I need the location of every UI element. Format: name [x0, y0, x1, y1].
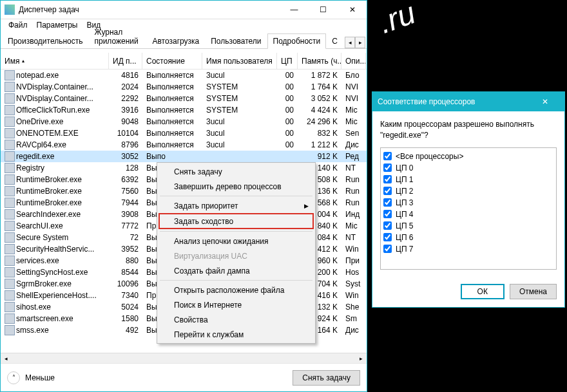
process-icon — [5, 186, 15, 196]
cpu-checkbox-row[interactable]: ЦП 7 — [383, 243, 553, 255]
cpu-label: ЦП 6 — [396, 233, 414, 242]
sort-asc-icon: ▴ — [22, 58, 24, 64]
process-icon — [5, 256, 15, 266]
dialog-titlebar[interactable]: Соответствие процессоров ✕ — [372, 92, 564, 111]
maximize-button[interactable]: ☐ — [309, 1, 338, 19]
process-icon — [5, 302, 15, 312]
process-icon — [5, 117, 15, 127]
context-menu-item[interactable]: Создать файл дампа — [159, 263, 314, 278]
tabs-prev-button[interactable]: ◂ — [345, 37, 355, 48]
menu-options[interactable]: Параметры — [33, 19, 82, 32]
cpu-checkbox-row[interactable]: ЦП 4 — [383, 209, 553, 220]
cpu-checkbox-row[interactable]: ЦП 5 — [383, 220, 553, 232]
cpu-checkbox-row[interactable]: ЦП 3 — [383, 197, 553, 209]
tab-users[interactable]: Пользователи — [205, 33, 267, 48]
processor-affinity-dialog: Соответствие процессоров ✕ Каким процесс… — [372, 91, 565, 308]
window-title: Диспетчер задач — [19, 5, 280, 14]
col-cpu[interactable]: ЦП — [277, 53, 298, 69]
process-icon — [5, 198, 15, 208]
process-icon — [5, 267, 15, 277]
context-menu-item[interactable]: Перейти к службам — [159, 327, 314, 342]
cpu-checkbox[interactable] — [383, 210, 392, 218]
context-menu-item[interactable]: Анализ цепочки ожидания — [159, 234, 314, 248]
titlebar[interactable]: Диспетчер задач — ☐ ✕ — [1, 1, 367, 19]
process-icon — [5, 290, 15, 301]
cpu-checkbox[interactable] — [383, 187, 392, 195]
process-icon — [5, 244, 15, 254]
end-task-button[interactable]: Снять задачу — [293, 370, 360, 386]
hscrollbar[interactable]: ◂ ▸ — [1, 353, 367, 363]
hscroll-right[interactable]: ▸ — [356, 353, 367, 364]
process-icon — [5, 232, 15, 243]
process-icon — [5, 325, 15, 335]
cpu-checkbox[interactable] — [383, 198, 392, 207]
context-menu-item[interactable]: Поиск в Интернете — [159, 297, 314, 312]
tabs-next-button[interactable]: ▸ — [355, 37, 365, 48]
col-mem[interactable]: Память (ч... — [298, 53, 341, 69]
cpu-checkbox[interactable] — [383, 233, 392, 241]
cpu-checkbox[interactable] — [383, 221, 392, 230]
close-button[interactable]: ✕ — [338, 1, 367, 19]
cpu-checkbox-row[interactable]: ЦП 6 — [383, 232, 553, 243]
cpu-checkbox-row[interactable]: ЦП 2 — [383, 185, 553, 197]
process-icon — [5, 151, 15, 162]
table-row[interactable]: NVDisplay.Container...2024ВыполняетсяSYS… — [1, 81, 367, 93]
table-row[interactable]: OfficeClickToRun.exe3916ВыполняетсяSYSTE… — [1, 104, 367, 116]
chevron-up-icon: ˄ — [7, 371, 20, 384]
app-icon — [5, 5, 15, 15]
table-row[interactable]: notepad.exe4816Выполняется3ucul001 872 K… — [1, 70, 367, 81]
col-name[interactable]: Имя▴ — [1, 53, 109, 69]
context-menu-item[interactable]: Задать сходство — [159, 213, 314, 229]
process-icon — [5, 128, 15, 138]
fewer-details-label: Меньше — [25, 373, 55, 382]
cpu-checkbox-row[interactable]: ЦП 0 — [383, 162, 553, 174]
cancel-button[interactable]: Отмена — [510, 284, 557, 299]
cpu-label: ЦП 4 — [396, 210, 414, 219]
process-icon — [5, 105, 15, 115]
dialog-close-button[interactable]: ✕ — [530, 92, 559, 111]
table-row[interactable]: OneDrive.exe9048Выполняется3ucul0024 296… — [1, 116, 367, 127]
table-row[interactable]: ONENOTEM.EXE10104Выполняется3ucul00832 K… — [1, 127, 367, 139]
context-menu-item[interactable]: Снять задачу — [159, 164, 314, 179]
cpu-checkbox-row[interactable]: <Все процессоры> — [383, 151, 553, 162]
tab-app-history[interactable]: Журнал приложений — [88, 24, 146, 48]
cpu-label: <Все процессоры> — [396, 152, 463, 161]
process-icon — [5, 174, 15, 185]
hscroll-left[interactable]: ◂ — [1, 353, 12, 364]
chevron-right-icon: ▶ — [304, 203, 309, 209]
context-menu-item[interactable]: Свойства — [159, 312, 314, 327]
cpu-label: ЦП 0 — [396, 163, 414, 173]
context-menu-item[interactable]: Открыть расположение файла — [159, 283, 314, 297]
col-state[interactable]: Состояние — [142, 53, 202, 69]
menubar: Файл Параметры Вид — [1, 19, 367, 32]
menu-file[interactable]: Файл — [5, 19, 32, 32]
ok-button[interactable]: ОК — [461, 284, 505, 299]
cpu-label: ЦП 7 — [396, 245, 414, 254]
cpu-checkbox-row[interactable]: ЦП 1 — [383, 174, 553, 185]
cpu-label: ЦП 5 — [396, 221, 414, 230]
cpu-list[interactable]: <Все процессоры>ЦП 0ЦП 1ЦП 2ЦП 3ЦП 4ЦП 5… — [380, 147, 557, 270]
table-row[interactable]: RAVCpl64.exe8796Выполняется3ucul001 212 … — [1, 139, 367, 151]
col-desc[interactable]: Опи... — [341, 53, 366, 69]
process-icon — [5, 279, 15, 289]
cpu-checkbox[interactable] — [383, 245, 392, 253]
col-user[interactable]: Имя пользователя — [202, 53, 277, 69]
fewer-details-button[interactable]: ˄ Меньше — [7, 371, 55, 384]
tabs: Производительность Журнал приложений Авт… — [1, 32, 367, 49]
minimize-button[interactable]: — — [280, 1, 309, 19]
context-menu-item[interactable]: Задать приоритет▶ — [159, 198, 314, 213]
col-pid[interactable]: ИД п... — [109, 53, 142, 69]
tab-performance[interactable]: Производительность — [2, 33, 88, 48]
cpu-checkbox[interactable] — [383, 175, 392, 183]
process-icon — [5, 82, 15, 92]
tab-services-partial[interactable]: С — [326, 33, 343, 48]
context-menu-item[interactable]: Завершить дерево процессов — [159, 179, 314, 194]
table-row[interactable]: regedit.exe3052Выпо912 KРед — [1, 151, 367, 162]
cpu-checkbox[interactable] — [383, 163, 392, 172]
tab-startup[interactable]: Автозагрузка — [146, 33, 205, 48]
table-row[interactable]: NVDisplay.Container...2292ВыполняетсяSYS… — [1, 93, 367, 104]
cpu-checkbox[interactable] — [383, 152, 392, 160]
process-icon — [5, 221, 15, 231]
tab-details[interactable]: Подробности — [267, 33, 327, 49]
statusbar: ˄ Меньше Снять задачу — [1, 363, 367, 391]
